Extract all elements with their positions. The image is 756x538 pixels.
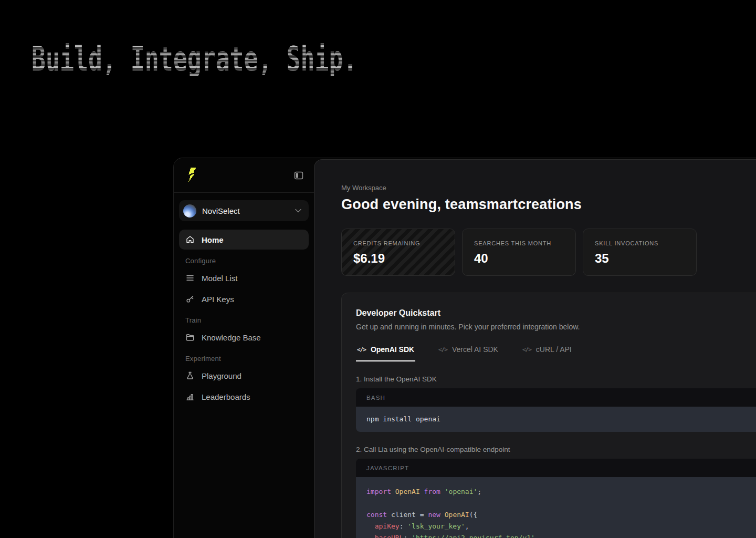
workspace-eyebrow: My Workspace xyxy=(341,184,756,192)
stat-value: 40 xyxy=(474,251,564,266)
nav-section-label-configure: Configure xyxy=(185,257,309,265)
sidebar-item-label: API Keys xyxy=(202,295,234,304)
sidebar-item-label: Home xyxy=(202,235,224,244)
sidebar-item-model-list[interactable]: Model List xyxy=(179,268,309,288)
flask-icon xyxy=(185,371,195,380)
sidebar-nav: HomeConfigureModel ListAPI KeysTrainKnow… xyxy=(179,230,309,407)
tab-label: cURL / API xyxy=(536,345,572,354)
home-icon xyxy=(185,235,195,244)
stat-card-credits-remaining: CREDITS REMAINING$6.19 xyxy=(341,229,455,276)
stat-card-skill-invocations: SKILL INVOCATIONS35 xyxy=(583,229,697,276)
step-1-label: 1. Install the OpenAI SDK xyxy=(356,375,756,383)
stat-label: CREDITS REMAINING xyxy=(353,240,443,246)
sidebar-item-label: Leaderboards xyxy=(202,392,250,401)
sidebar-item-leaderboards[interactable]: Leaderboards xyxy=(179,387,309,407)
code-icon: </> xyxy=(438,346,447,353)
lightning-logo-icon xyxy=(185,168,198,183)
tab-label: OpenAI SDK xyxy=(371,345,414,354)
stats-row: CREDITS REMAINING$6.19SEARCHES THIS MONT… xyxy=(341,229,756,276)
hero-headline: Build, Integrate, Ship. xyxy=(32,42,357,76)
code-line: npm install openai xyxy=(366,413,755,425)
code-block-header: JAVASCRIPT xyxy=(356,459,756,477)
code-icon: </> xyxy=(357,346,366,353)
nav-section-label-train: Train xyxy=(185,316,309,324)
integration-tabs: </>OpenAI SDK</>Vercel AI SDK</>cURL / A… xyxy=(356,345,756,361)
sidebar-collapse-icon[interactable] xyxy=(294,171,303,180)
javascript-code-block: JAVASCRIPT import OpenAI from 'openai'; … xyxy=(356,459,756,538)
sidebar-item-api-keys[interactable]: API Keys xyxy=(179,289,309,309)
stat-label: SKILL INVOCATIONS xyxy=(595,240,685,246)
code-line: import OpenAI from 'openai'; xyxy=(366,486,755,498)
key-icon xyxy=(185,294,195,304)
code-block-body: import OpenAI from 'openai'; const clien… xyxy=(356,477,756,538)
sidebar-item-knowledge-base[interactable]: Knowledge Base xyxy=(179,327,309,347)
tab-curl-api[interactable]: </>cURL / API xyxy=(521,345,573,361)
stat-label: SEARCHES THIS MONTH xyxy=(474,240,564,246)
developer-quickstart-card: Developer Quickstart Get up and running … xyxy=(341,293,756,538)
sidebar-body: NoviSelect HomeConfigureModel ListAPI Ke… xyxy=(174,193,314,407)
folder-icon xyxy=(185,333,195,342)
stat-card-searches-this-month: SEARCHES THIS MONTH40 xyxy=(462,229,576,276)
list-icon xyxy=(185,273,195,283)
code-icon: </> xyxy=(522,346,531,353)
page-title: Good evening, teamsmartcreations xyxy=(341,196,756,213)
workspace-avatar xyxy=(183,204,196,218)
code-block-header: BASH xyxy=(356,388,756,407)
tab-vercel-ai-sdk[interactable]: </>Vercel AI SDK xyxy=(437,345,499,361)
chart-icon xyxy=(185,392,195,401)
sidebar-item-label: Knowledge Base xyxy=(202,333,261,342)
sidebar-item-playground[interactable]: Playground xyxy=(179,366,309,386)
main-panel: My Workspace Good evening, teamsmartcrea… xyxy=(314,159,756,538)
code-line xyxy=(366,498,755,509)
code-line: apiKey: 'lsk_your_key', xyxy=(366,521,755,532)
nav-section-label-experiment: Experiment xyxy=(185,355,309,363)
quickstart-subtitle: Get up and running in minutes. Pick your… xyxy=(356,323,756,331)
sidebar: NoviSelect HomeConfigureModel ListAPI Ke… xyxy=(174,158,314,538)
bash-code-block: BASH npm install openai xyxy=(356,388,756,432)
app-window: NoviSelect HomeConfigureModel ListAPI Ke… xyxy=(173,158,756,538)
workspace-selector[interactable]: NoviSelect xyxy=(179,200,309,221)
stat-value: $6.19 xyxy=(353,251,443,266)
stat-value: 35 xyxy=(595,251,685,266)
code-line: baseURL: 'https://api2.novisurf.top/v1', xyxy=(366,532,755,538)
main-content: My Workspace Good evening, teamsmartcrea… xyxy=(314,160,756,538)
code-language-label: BASH xyxy=(366,395,385,401)
code-block-body: npm install openai xyxy=(356,407,756,432)
tab-label: Vercel AI SDK xyxy=(452,345,498,354)
workspace-name: NoviSelect xyxy=(202,206,289,215)
chevron-down-icon xyxy=(295,209,301,213)
code-language-label: JAVASCRIPT xyxy=(366,465,409,471)
tab-openai-sdk[interactable]: </>OpenAI SDK xyxy=(356,345,415,361)
sidebar-item-label: Playground xyxy=(202,371,242,380)
code-line: const client = new OpenAI({ xyxy=(366,509,755,521)
step-2-label: 2. Call Lia using the OpenAI-compatible … xyxy=(356,446,756,453)
sidebar-item-home[interactable]: Home xyxy=(179,230,309,250)
quickstart-title: Developer Quickstart xyxy=(356,308,756,318)
sidebar-item-label: Model List xyxy=(202,274,237,283)
sidebar-header xyxy=(174,158,314,193)
